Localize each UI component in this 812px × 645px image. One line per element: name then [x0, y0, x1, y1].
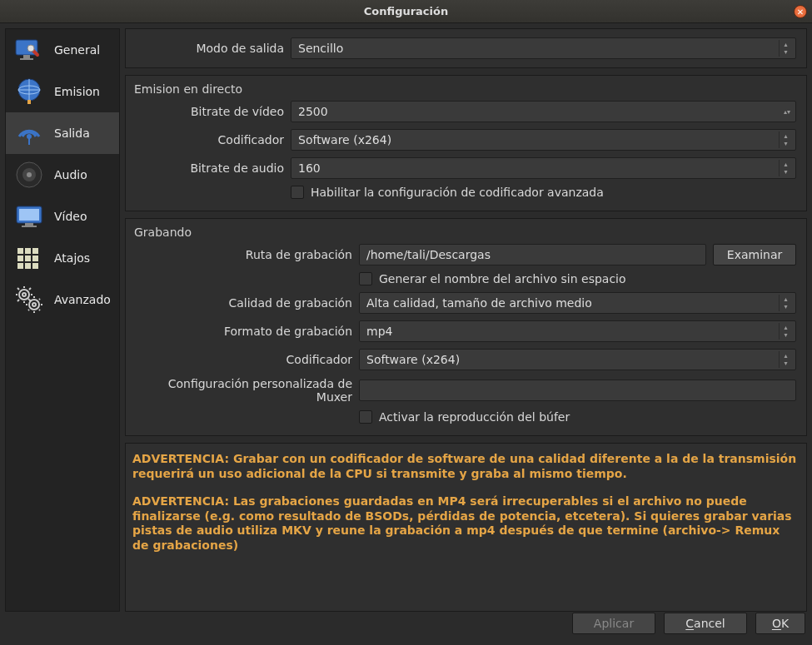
titlebar: Configuración ✕ — [0, 0, 812, 23]
svg-rect-13 — [19, 209, 39, 221]
recording-quality-label: Calidad de grabación — [136, 296, 352, 310]
browse-button[interactable]: Examinar — [713, 244, 796, 265]
svg-point-11 — [27, 172, 32, 177]
broadcast-icon — [12, 117, 46, 150]
dropdown-caret-icon: ▴▾ — [779, 160, 792, 176]
svg-rect-8 — [28, 136, 30, 145]
svg-point-25 — [19, 290, 29, 300]
sidebar-item-label: Atajos — [54, 251, 90, 265]
svg-point-27 — [29, 300, 39, 310]
svg-rect-14 — [25, 223, 33, 226]
svg-rect-19 — [17, 256, 23, 261]
globe-icon — [12, 75, 46, 108]
dropdown-caret-icon: ▴▾ — [779, 351, 792, 368]
svg-rect-23 — [25, 263, 31, 269]
output-mode-value: Sencillo — [298, 42, 343, 55]
recording-format-select[interactable]: mp4 ▴▾ — [359, 320, 796, 342]
audio-bitrate-select[interactable]: 160 ▴▾ — [291, 157, 796, 179]
sidebar-item-label: General — [54, 43, 100, 57]
advanced-encoder-checkbox-label: Habilitar la configuración de codificado… — [311, 186, 604, 199]
svg-point-3 — [27, 45, 34, 52]
sidebar-item-stream[interactable]: Emision — [6, 71, 119, 112]
gears-icon — [12, 283, 46, 316]
filename-nospace-label: Generar el nombre del archivo sin espaci… — [379, 272, 626, 285]
sidebar-item-label: Salida — [54, 127, 90, 140]
window-title: Configuración — [364, 5, 448, 17]
svg-rect-15 — [22, 226, 37, 227]
stream-encoder-label: Codificador — [136, 133, 284, 146]
video-bitrate-label: Bitrate de vídeo — [136, 105, 284, 118]
warning-text-2: ADVERTENCIA: Las grabaciones guardadas e… — [132, 494, 800, 553]
sidebar-item-general[interactable]: General — [6, 29, 119, 71]
sidebar-item-audio[interactable]: Audio — [6, 154, 119, 196]
recording-encoder-select[interactable]: Software (x264) ▴▾ — [359, 349, 796, 370]
muxer-config-input[interactable] — [359, 380, 796, 401]
settings-sidebar: General Emision Salida Audio Vídeo — [5, 28, 120, 612]
svg-point-26 — [22, 293, 26, 296]
warnings-panel: ADVERTENCIA: Grabar con un codificador d… — [125, 443, 807, 612]
display-icon — [12, 200, 46, 233]
output-mode-panel: Modo de salida Sencillo ▴▾ — [125, 28, 807, 68]
svg-rect-20 — [25, 256, 31, 261]
svg-point-28 — [32, 303, 36, 306]
sidebar-item-hotkeys[interactable]: Atajos — [6, 237, 119, 279]
warning-text-1: ADVERTENCIA: Grabar con un codificador d… — [132, 452, 800, 481]
sidebar-item-video[interactable]: Vídeo — [6, 196, 119, 237]
recording-path-label: Ruta de grabación — [136, 248, 352, 261]
sidebar-item-label: Vídeo — [54, 210, 87, 223]
stream-encoder-select[interactable]: Software (x264) ▴▾ — [291, 129, 796, 151]
recording-title: Grabando — [129, 222, 803, 241]
ok-button[interactable]: OK — [755, 613, 805, 634]
sidebar-item-label: Emision — [54, 85, 100, 98]
close-icon: ✕ — [797, 7, 804, 17]
output-mode-select[interactable]: Sencillo ▴▾ — [291, 37, 796, 59]
apply-button: Aplicar — [572, 613, 655, 634]
dropdown-caret-icon: ▴▾ — [779, 40, 792, 57]
video-bitrate-input[interactable]: 2500 ▴▾ — [291, 101, 796, 122]
recording-panel: Grabando Ruta de grabación Examinar Gene… — [125, 218, 807, 436]
advanced-encoder-checkbox[interactable] — [291, 186, 304, 199]
svg-rect-21 — [32, 256, 38, 261]
svg-rect-22 — [17, 263, 23, 269]
sidebar-item-output[interactable]: Salida — [6, 112, 119, 154]
recording-format-label: Formato de grabación — [136, 325, 352, 338]
cancel-button[interactable]: Cancel — [664, 613, 747, 634]
close-button[interactable]: ✕ — [794, 5, 807, 18]
svg-rect-2 — [20, 58, 33, 60]
sidebar-item-advanced[interactable]: Avanzado — [6, 279, 119, 320]
monitor-wrench-icon — [12, 33, 46, 67]
recording-quality-select[interactable]: Alta calidad, tamaño de archivo medio ▴▾ — [359, 292, 796, 314]
recording-path-input[interactable] — [359, 244, 706, 265]
streaming-title: Emision en directo — [129, 79, 803, 97]
svg-rect-6 — [27, 100, 31, 104]
recording-encoder-label: Codificador — [136, 353, 352, 366]
grid-icon — [12, 241, 46, 275]
sidebar-item-label: Avanzado — [54, 293, 111, 306]
svg-rect-24 — [32, 263, 38, 269]
dropdown-caret-icon: ▴▾ — [779, 323, 792, 340]
svg-rect-1 — [23, 55, 30, 58]
dropdown-caret-icon: ▴▾ — [779, 295, 792, 311]
buffer-playback-checkbox[interactable] — [359, 410, 372, 424]
muxer-config-label: Configuración personalizada de Muxer — [136, 377, 352, 404]
buffer-playback-label: Activar la reproducción del búfer — [379, 410, 570, 424]
svg-rect-17 — [25, 248, 31, 254]
speaker-icon — [12, 158, 46, 191]
sidebar-item-label: Audio — [54, 168, 87, 181]
output-mode-label: Modo de salida — [136, 42, 284, 55]
dialog-footer: Aplicar Cancel OK — [0, 612, 812, 640]
filename-nospace-checkbox[interactable] — [359, 272, 372, 285]
spinner-icon: ▴▾ — [780, 103, 794, 120]
streaming-panel: Emision en directo Bitrate de vídeo 2500… — [125, 75, 807, 211]
svg-rect-18 — [32, 248, 38, 254]
svg-rect-16 — [17, 248, 23, 254]
audio-bitrate-label: Bitrate de audio — [136, 161, 284, 175]
dropdown-caret-icon: ▴▾ — [779, 131, 792, 148]
